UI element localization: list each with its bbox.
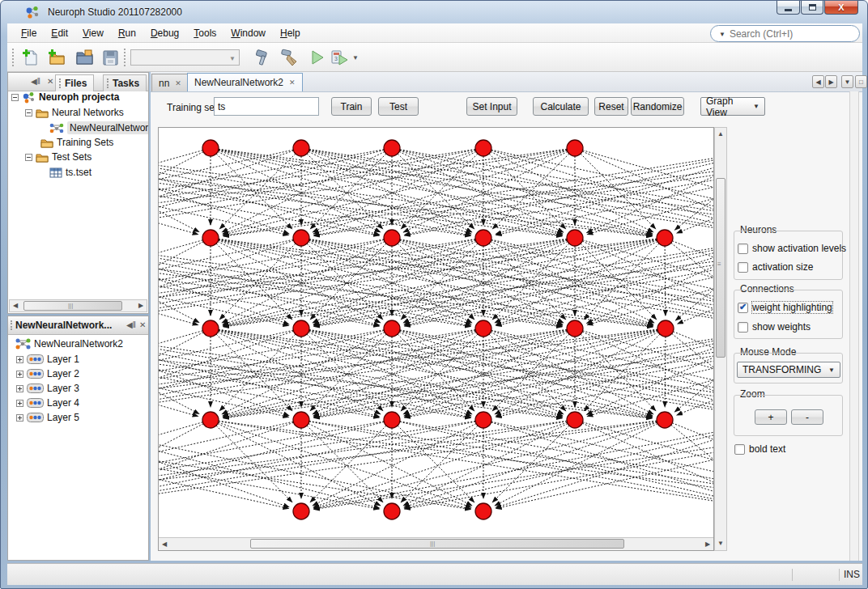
mouse-mode-dropdown[interactable]: TRANSFORMING ▼ xyxy=(737,362,840,378)
neuron-node[interactable] xyxy=(384,140,400,156)
collapse-icon[interactable] xyxy=(25,154,32,161)
navigator-panel-header[interactable]: NewNeuralNetwork... ◀‖ ✕ xyxy=(8,316,148,335)
quick-search[interactable]: ▼ xyxy=(710,25,860,42)
tree-item-ts-tset[interactable]: ts.tset xyxy=(8,165,148,180)
neuron-node[interactable] xyxy=(384,412,400,428)
tree-item-layer-4[interactable]: Layer 4 xyxy=(8,396,148,410)
maximize-editor-button[interactable]: □ xyxy=(855,75,867,88)
tab-new-neural-network2[interactable]: NewNeuralNetwork2 ✕ xyxy=(187,73,303,91)
zoom-out-button[interactable]: - xyxy=(791,409,823,425)
panel-close-icon[interactable]: ✕ xyxy=(139,320,146,330)
menu-tools[interactable]: Tools xyxy=(186,25,223,41)
tab-close-icon[interactable]: ✕ xyxy=(175,79,181,87)
maximize-button[interactable] xyxy=(801,1,823,15)
tab-close-icon[interactable]: ✕ xyxy=(289,78,296,87)
clean-build-project-button[interactable] xyxy=(279,47,300,68)
tree-item-layer-3[interactable]: Layer 3 xyxy=(8,381,148,396)
neuron-node[interactable] xyxy=(475,412,491,428)
neuron-node[interactable] xyxy=(475,140,491,156)
minimize-button[interactable] xyxy=(777,1,800,15)
checkbox-unchecked-icon[interactable] xyxy=(734,444,745,455)
collapse-icon[interactable] xyxy=(11,94,19,101)
tree-item-test-sets[interactable]: Test Sets xyxy=(8,150,148,164)
toolbar-config-combobox[interactable]: ▼ xyxy=(130,49,240,66)
expand-icon[interactable] xyxy=(16,414,23,422)
build-project-button[interactable] xyxy=(252,47,273,68)
neuron-node[interactable] xyxy=(567,320,583,337)
neuron-node[interactable] xyxy=(657,230,673,246)
neuron-node[interactable] xyxy=(293,320,309,337)
menu-run[interactable]: Run xyxy=(111,25,143,41)
menu-window[interactable]: Window xyxy=(223,25,273,41)
neuron-node[interactable] xyxy=(293,412,309,428)
set-input-button[interactable]: Set Input xyxy=(466,97,517,116)
scroll-up-icon[interactable]: ▲ xyxy=(715,129,726,140)
collapse-icon[interactable] xyxy=(25,109,32,117)
show-activation-levels-row[interactable]: show activation levels xyxy=(738,243,846,254)
scrollbar-thumb[interactable] xyxy=(250,539,624,549)
checkbox-checked-icon[interactable] xyxy=(738,303,748,313)
expand-icon[interactable] xyxy=(16,356,23,363)
canvas-vscrollbar[interactable]: ▲ ≡ ▼ xyxy=(714,127,727,551)
neuron-node[interactable] xyxy=(384,320,400,337)
new-file-button[interactable] xyxy=(20,47,41,68)
test-button[interactable]: Test xyxy=(378,97,419,116)
checkbox-unchecked-icon[interactable] xyxy=(738,244,748,254)
dock-minimize-icon[interactable]: ◀‖ xyxy=(31,77,40,87)
network-canvas[interactable]: ◀ ||| ▶ xyxy=(158,127,714,551)
neuron-node[interactable] xyxy=(293,503,309,519)
new-project-button[interactable] xyxy=(46,47,67,68)
panel-close-icon[interactable]: ✕ xyxy=(47,77,53,87)
scroll-tabs-right-button[interactable]: ▶ xyxy=(825,75,837,88)
search-input[interactable] xyxy=(730,28,855,40)
expand-icon[interactable] xyxy=(16,385,23,392)
zoom-in-button[interactable]: + xyxy=(755,409,787,425)
tree-item-training-sets[interactable]: Training Sets xyxy=(8,135,148,150)
tab-tasks[interactable]: Tasks xyxy=(103,74,147,91)
activation-size-row[interactable]: activation size xyxy=(738,261,813,273)
show-weights-row[interactable]: show weights xyxy=(738,321,811,333)
neuron-node[interactable] xyxy=(384,230,400,246)
neuron-node[interactable] xyxy=(657,320,674,337)
toolbar-grip[interactable] xyxy=(124,49,126,66)
tree-item-layer-2[interactable]: Layer 2 xyxy=(8,367,148,381)
training-set-input[interactable] xyxy=(214,97,319,116)
menu-view[interactable]: View xyxy=(75,25,111,41)
tree-item-neural-networks[interactable]: Neural Networks xyxy=(8,105,148,120)
toolbar-grip[interactable] xyxy=(12,49,15,66)
tree-item-new-neural-network[interactable]: NewNeuralNetwor xyxy=(8,121,148,135)
search-scope-caret-icon[interactable]: ▼ xyxy=(719,31,725,38)
neuron-node[interactable] xyxy=(202,230,219,246)
scroll-tabs-left-button[interactable]: ◀ xyxy=(812,75,824,88)
train-button[interactable]: Train xyxy=(331,97,372,116)
checkbox-unchecked-icon[interactable] xyxy=(738,322,748,333)
open-project-button[interactable] xyxy=(74,47,95,68)
scroll-down-icon[interactable]: ▼ xyxy=(715,538,726,549)
tab-files[interactable]: Files xyxy=(55,74,94,91)
dock-minimize-icon[interactable]: ◀‖ xyxy=(126,320,136,330)
canvas-hscrollbar[interactable]: ◀ ||| ▶ xyxy=(159,537,713,550)
neuron-node[interactable] xyxy=(475,503,491,519)
neuron-node[interactable] xyxy=(202,412,219,428)
scroll-left-icon[interactable]: ◀ xyxy=(10,300,21,311)
network-graph[interactable] xyxy=(159,128,713,537)
expand-icon[interactable] xyxy=(16,400,23,407)
tree-item-layer-1[interactable]: Layer 1 xyxy=(8,352,148,367)
projects-hscrollbar[interactable]: ◀ ||| ▶ xyxy=(9,299,147,312)
calculate-button[interactable]: Calculate xyxy=(533,97,589,116)
save-all-button[interactable] xyxy=(100,47,121,68)
tab-nn[interactable]: nn ✕ xyxy=(151,74,189,91)
close-button[interactable]: X xyxy=(824,1,858,15)
neuron-node[interactable] xyxy=(202,140,219,156)
tree-item-network-root[interactable]: NewNeuralNetwork2 xyxy=(8,337,148,351)
weight-highlighting-row[interactable]: weight highlighting xyxy=(738,302,832,313)
neuron-node[interactable] xyxy=(567,412,583,428)
tab-list-dropdown-button[interactable]: ▼ xyxy=(841,75,853,88)
neuron-node[interactable] xyxy=(657,412,673,428)
title-bar[interactable]: Neuroph Studio 201107282000 X xyxy=(1,1,867,23)
graph-view-dropdown[interactable]: Graph View ▼ xyxy=(700,97,765,116)
tree-item-layer-5[interactable]: Layer 5 xyxy=(8,410,148,425)
neuron-node[interactable] xyxy=(475,230,491,246)
neuron-node[interactable] xyxy=(293,140,309,156)
run-project-button[interactable] xyxy=(307,47,328,68)
